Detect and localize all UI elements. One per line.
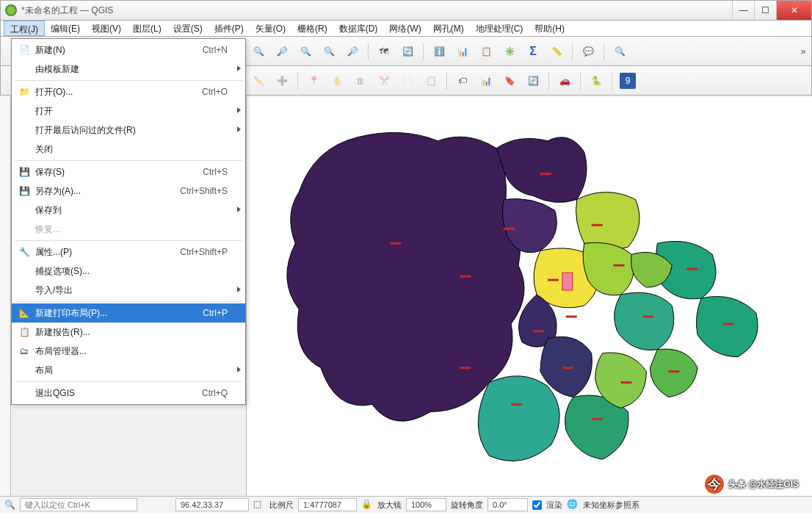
sum-icon[interactable]: Σ <box>525 43 541 60</box>
menu-网络[interactable]: 网络(W) <box>383 21 427 36</box>
submenu-arrow-icon <box>237 65 241 71</box>
menu-item[interactable]: 📋新建报告(R)... <box>12 323 245 342</box>
menu-item[interactable]: 保存到 <box>12 201 245 220</box>
submenu-arrow-icon <box>237 287 241 292</box>
extents-icon[interactable]: ⬚ <box>253 499 265 511</box>
menu-item[interactable]: 退出QGISCtrl+Q <box>12 384 245 403</box>
label-rotate-icon[interactable]: 🔄 <box>525 73 541 89</box>
identify-icon[interactable]: ℹ️ <box>431 43 447 60</box>
zoom-next-icon[interactable]: 🔎 <box>344 43 360 60</box>
copy-icon[interactable]: 📄 <box>399 73 416 89</box>
stats-icon[interactable]: ✳️ <box>501 43 518 60</box>
menu-item[interactable]: 打开最后访问过的文件(R) <box>12 120 245 140</box>
watermark: 今 头条 @水经注GIS <box>705 475 799 494</box>
refresh-icon[interactable]: 🔄 <box>399 43 416 60</box>
menu-item-icon: 📄 <box>18 43 31 57</box>
magnifier-field[interactable]: 100% <box>406 498 446 511</box>
window-title: *未命名的工程 — QGIS <box>21 4 732 17</box>
close-button[interactable]: ✕ <box>776 1 811 20</box>
menu-item-label: 打开 <box>35 105 228 118</box>
render-label: 渲染 <box>546 500 562 511</box>
menu-帮助[interactable]: 帮助(H) <box>529 21 570 36</box>
menu-item[interactable]: 布局 <box>12 361 245 380</box>
diagram-icon[interactable]: 📊 <box>478 73 494 89</box>
measure-icon[interactable]: 📏 <box>548 43 565 60</box>
menu-item-label: 恢复... <box>35 223 228 236</box>
crs-icon[interactable]: 🌐 <box>567 499 579 511</box>
locator-input[interactable] <box>20 498 137 511</box>
move-icon[interactable]: ✋ <box>329 73 345 89</box>
menu-item-icon <box>18 62 31 76</box>
zoom-layer-icon[interactable]: 🔍 <box>297 43 313 60</box>
python-icon[interactable]: 🐍 <box>588 73 604 89</box>
zoom-selection-icon[interactable]: 🔎 <box>274 43 290 60</box>
delete-icon[interactable]: 🗑 <box>352 73 369 89</box>
menu-item[interactable]: 捕捉选项(S)... <box>12 262 245 281</box>
menu-图层[interactable]: 图层(L) <box>127 21 167 36</box>
menu-栅格[interactable]: 栅格(R) <box>291 21 333 36</box>
menu-item-label: 布局管理器... <box>35 345 228 358</box>
label-move-icon[interactable]: 🔖 <box>501 73 518 89</box>
maximize-button[interactable]: ☐ <box>754 1 776 20</box>
menu-item[interactable]: 打开 <box>12 101 245 120</box>
menu-item[interactable]: 💾保存(S)Ctrl+S <box>12 162 245 181</box>
separator <box>423 43 424 60</box>
menu-item[interactable]: 📐新建打印布局(P)...Ctrl+P <box>12 303 245 323</box>
rotation-field[interactable]: 0.0° <box>487 498 528 511</box>
zoom-last-icon[interactable]: 🔍 <box>321 43 337 60</box>
drive-icon[interactable]: 🚗 <box>557 73 573 89</box>
menu-item[interactable]: 🗂布局管理器... <box>12 342 245 361</box>
menu-item-icon: 📋 <box>18 325 31 339</box>
field-calc-icon[interactable]: 📋 <box>478 43 494 60</box>
add-feature-icon[interactable]: ➕ <box>274 73 290 89</box>
menu-item[interactable]: 导入/导出 <box>12 281 245 300</box>
menu-item[interactable]: 由模板新建 <box>12 60 245 79</box>
table-icon[interactable]: 📊 <box>454 43 471 60</box>
plugin-icon[interactable]: 9 <box>620 73 636 89</box>
menu-工程[interactable]: 工程(J) <box>4 21 45 36</box>
map-canvas[interactable] <box>246 97 812 496</box>
zoom-full-icon[interactable]: 🔍 <box>250 43 267 60</box>
submenu-arrow-icon <box>237 206 241 212</box>
left-panel-collapsed[interactable] <box>0 97 11 496</box>
menu-item-icon <box>18 123 31 137</box>
menu-地理处理[interactable]: 地理处理(C) <box>470 21 529 36</box>
minimize-button[interactable]: — <box>732 1 754 20</box>
scale-field[interactable]: 1:4777087 <box>298 498 357 511</box>
toolbar-overflow-icon[interactable]: » <box>795 43 811 60</box>
menu-item-shortcut: Ctrl+Q <box>202 388 228 398</box>
lock-icon[interactable]: 🔒 <box>361 499 373 511</box>
menu-item-icon: 📁 <box>18 85 31 98</box>
menu-item[interactable]: 📁打开(O)...Ctrl+O <box>12 82 245 101</box>
search-icon[interactable]: 🔍 <box>612 43 628 60</box>
menu-item-icon <box>18 364 31 377</box>
menu-item[interactable]: 🔧属性...(P)Ctrl+Shift+P <box>12 242 245 262</box>
new-map-icon[interactable]: 🗺 <box>376 43 392 60</box>
node-icon[interactable]: 📍 <box>305 73 322 89</box>
menu-item[interactable]: 📄新建(N)Ctrl+N <box>12 40 245 60</box>
paste-icon[interactable]: 📋 <box>423 73 439 89</box>
menu-item[interactable]: 💾另存为(A)...Ctrl+Shift+S <box>12 181 245 201</box>
menu-插件[interactable]: 插件(P) <box>209 21 250 36</box>
render-checkbox[interactable] <box>532 500 542 510</box>
coordinate-field[interactable]: 96.42,33.37 <box>175 498 249 511</box>
menu-数据库[interactable]: 数据库(D) <box>333 21 384 36</box>
cut-icon[interactable]: ✂️ <box>376 73 392 89</box>
menu-编辑[interactable]: 编辑(E) <box>45 21 86 36</box>
menu-视图[interactable]: 视图(V) <box>86 21 127 36</box>
label-icon[interactable]: 🏷 <box>454 73 471 89</box>
tips-icon[interactable]: 💬 <box>580 43 596 60</box>
menu-设置[interactable]: 设置(S) <box>167 21 209 36</box>
qgis-icon <box>5 4 17 16</box>
menu-矢量[interactable]: 矢量(O) <box>250 21 291 36</box>
menu-item-shortcut: Ctrl+Shift+P <box>180 247 228 257</box>
menu-item[interactable]: 关闭 <box>12 140 245 159</box>
submenu-arrow-icon <box>237 367 241 373</box>
menu-网孔[interactable]: 网孔(M) <box>427 21 470 36</box>
menu-item-label: 导入/导出 <box>35 284 228 297</box>
separator <box>368 43 369 60</box>
menu-item-label: 由模板新建 <box>35 63 228 76</box>
menu-item-label: 保存到 <box>35 204 228 217</box>
edit-icon[interactable]: ✏️ <box>250 73 267 89</box>
crs-label: 未知坐标参照系 <box>583 500 639 511</box>
